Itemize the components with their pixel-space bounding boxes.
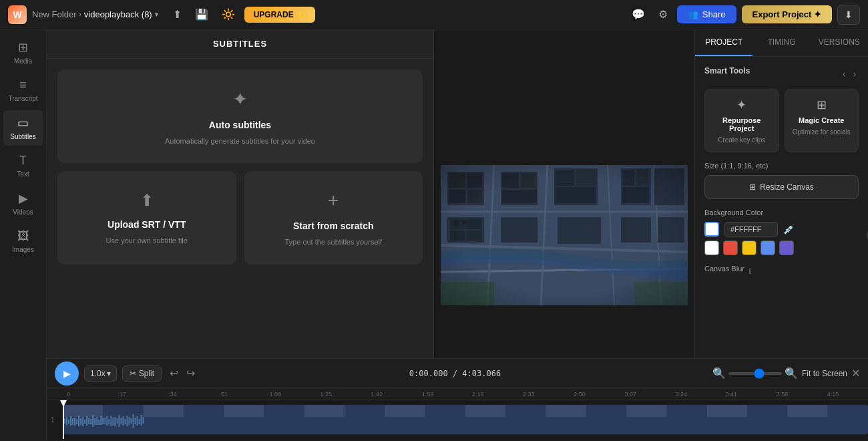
upload-srt-desc: Use your own subtitle file [106, 237, 188, 245]
svg-rect-61 [828, 405, 868, 417]
canvas-blur-header: Canvas Blur ℹ [704, 265, 859, 278]
svg-rect-92 [124, 419, 126, 424]
ruler-mark-307: 3:07 [624, 391, 636, 398]
share-label: Share [702, 9, 726, 19]
canvas-blur-section: Canvas Blur ℹ [704, 265, 859, 278]
svg-rect-85 [110, 416, 112, 426]
resize-canvas-label: Resize Canvas [760, 182, 814, 192]
project-expand-icon[interactable]: ▾ [155, 11, 158, 18]
preset-blue[interactable] [761, 241, 775, 255]
sidebar-label-subtitles: Subtitles [10, 133, 35, 140]
download-button[interactable]: ⬇ [837, 5, 860, 25]
time-display: 0:00.000 / 4:03.066 [203, 369, 707, 378]
speed-button[interactable]: 1.0x ▾ [84, 365, 117, 382]
brightness-icon-btn[interactable]: 🔆 [218, 4, 239, 25]
transcript-icon: ≡ [19, 78, 27, 92]
timeline-controls: ▶ 1.0x ▾ ✂ Split ↩ ↪ 0:00.000 / 4:03.066… [47, 358, 868, 388]
ruler-mark-142: 1:42 [371, 391, 383, 398]
sidebar-item-images[interactable]: 🖼 Images [3, 224, 43, 259]
playhead[interactable] [63, 400, 64, 439]
undo-redo-controls: ↩ ↪ [167, 364, 198, 382]
auto-subtitles-card[interactable]: ✦ Auto subtitles Automatically generate … [57, 69, 423, 163]
ruler-mark-34: :34 [168, 391, 177, 398]
repurpose-project-card[interactable]: ✦ Repurpose Project Create key clips [704, 89, 779, 152]
svg-rect-97 [135, 418, 136, 424]
zoom-out-button[interactable]: 🔍 [712, 367, 726, 380]
left-sidebar: ⊞ Media ≡ Transcript ▭ Subtitles T Text … [0, 29, 47, 441]
speed-chevron: ▾ [107, 369, 111, 378]
resize-canvas-icon: ⊞ [749, 182, 756, 192]
share-button[interactable]: 👥 Share [677, 5, 736, 23]
sidebar-label-media: Media [14, 57, 32, 65]
upload-srt-card[interactable]: ⬆ Upload SRT / VTT Use your own subtitle… [57, 171, 236, 265]
zoom-slider[interactable] [728, 372, 782, 375]
tab-project[interactable]: PROJECT [695, 29, 752, 56]
ruler-mark-341: 3:41 [726, 391, 738, 398]
svg-rect-65 [70, 416, 71, 426]
play-button[interactable]: ▶ [55, 361, 79, 386]
tab-versions[interactable]: VERSIONS [811, 29, 868, 56]
zoom-in-button[interactable]: 🔍 [785, 367, 798, 380]
project-name: videoplayback (8) [84, 9, 152, 19]
close-timeline-button[interactable]: ✕ [851, 367, 860, 380]
svg-rect-45 [184, 405, 224, 417]
repurpose-title: Repurpose Project [710, 116, 773, 132]
sidebar-item-subtitles[interactable]: ▭ Subtitles [3, 110, 43, 146]
ruler-mark-415: 4:15 [827, 391, 839, 398]
upgrade-button[interactable]: UPGRADE ⚡ [244, 7, 315, 23]
svg-rect-79 [98, 420, 99, 425]
breadcrumb-separator: › [79, 11, 81, 18]
preset-white[interactable] [704, 241, 719, 255]
smart-tools-next[interactable]: › [851, 68, 859, 80]
active-color-swatch[interactable] [704, 222, 719, 237]
svg-rect-74 [88, 418, 89, 424]
svg-rect-43 [103, 405, 143, 417]
upload-icon: ⬆ [140, 191, 154, 210]
svg-rect-87 [114, 417, 116, 426]
settings-button[interactable]: ⚙ [654, 4, 672, 25]
track-content[interactable] [63, 405, 868, 434]
split-button[interactable]: ✂ Split [122, 365, 162, 382]
auto-subtitles-desc: Automatically generate subtitles for you… [165, 137, 315, 145]
start-from-scratch-card[interactable]: + Start from scratch Type out the subtit… [244, 171, 423, 265]
fit-to-screen-button[interactable]: Fit to Screen [802, 369, 847, 378]
sidebar-item-text[interactable]: T Text [3, 148, 43, 183]
sidebar-item-transcript[interactable]: ≡ Transcript [3, 73, 43, 108]
export-button[interactable]: Export Project ✦ [742, 5, 832, 23]
preset-purple[interactable] [779, 241, 794, 255]
scratch-title: Start from scratch [293, 220, 374, 231]
sidebar-item-media[interactable]: ⊞ Media [3, 35, 43, 70]
zoom-controls: 🔍 🔍 [712, 367, 798, 380]
images-icon: 🖼 [17, 229, 29, 243]
size-section-label: Size (1:1, 9:16, etc) [704, 162, 859, 170]
right-panel-tabs: PROJECT TIMING VERSIONS [695, 29, 868, 57]
video-container [441, 165, 688, 305]
auto-subtitles-title: Auto subtitles [209, 120, 271, 130]
redo-button[interactable]: ↪ [184, 364, 198, 382]
smart-tools-prev[interactable]: ‹ [840, 68, 848, 80]
svg-rect-53 [505, 405, 546, 417]
color-hex-input[interactable] [724, 222, 778, 237]
svg-rect-46 [224, 405, 264, 417]
text-icon: T [19, 154, 27, 168]
eyedropper-button[interactable]: 💉 [783, 224, 795, 235]
magic-create-card[interactable]: ⊞ Magic Create Optimize for socials [785, 89, 859, 152]
current-time: 0:00.000 [409, 369, 448, 378]
svg-rect-42 [63, 405, 103, 417]
undo-button[interactable]: ↩ [167, 364, 181, 382]
bg-color-section: Background Color 💉 [704, 208, 859, 255]
ruler-mark-159: 1:59 [422, 391, 434, 398]
preset-yellow[interactable] [742, 241, 756, 255]
save-icon-btn[interactable]: 💾 [191, 4, 212, 25]
tab-timing[interactable]: TIMING [752, 29, 810, 56]
svg-rect-86 [112, 418, 114, 426]
share-icon-btn[interactable]: ⬆ [169, 4, 186, 25]
sidebar-label-images: Images [12, 246, 34, 253]
resize-canvas-button[interactable]: ⊞ Resize Canvas [704, 175, 859, 199]
sidebar-item-videos[interactable]: ▶ Videos [3, 186, 43, 221]
preset-red[interactable] [723, 241, 738, 255]
timeline-area: 0 :17 :34 :51 1:08 1:25 1:42 1:59 2:16 2… [47, 388, 868, 441]
chat-icon-btn[interactable]: 💬 [628, 4, 649, 25]
svg-rect-58 [707, 405, 747, 417]
svg-rect-63 [66, 417, 67, 425]
